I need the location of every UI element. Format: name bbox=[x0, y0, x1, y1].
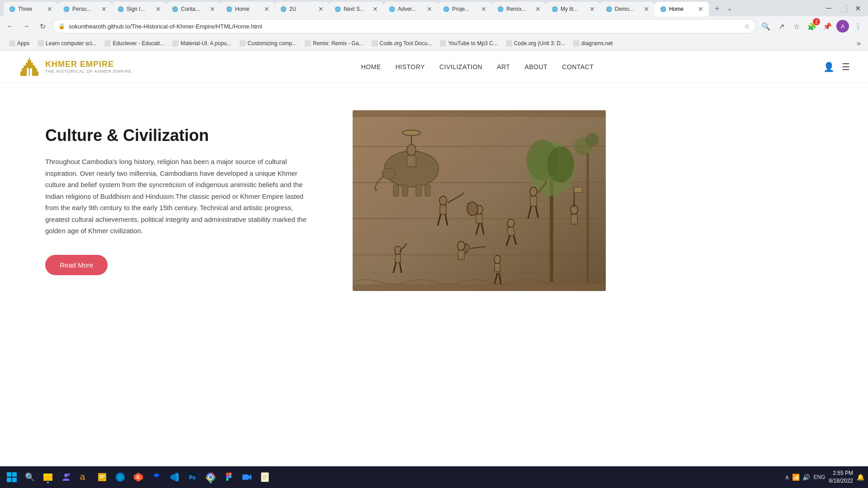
language-label: ENG bbox=[814, 474, 826, 480]
bookmark-customizing-comp...[interactable]: Customizing comp... bbox=[236, 39, 301, 47]
bookmark-youtube-to-mp3-c...[interactable]: YouTube to Mp3 C... bbox=[436, 39, 501, 47]
bookmark-icon[interactable]: ☆ bbox=[790, 20, 803, 33]
tab-title: Next S... bbox=[344, 6, 370, 12]
tab-home2[interactable]: 🌐 Home ✕ bbox=[655, 2, 709, 16]
tray-up-icon[interactable]: ∧ bbox=[785, 474, 789, 481]
svg-rect-104 bbox=[226, 478, 229, 481]
tab-close-button[interactable]: ✕ bbox=[101, 5, 107, 13]
read-more-button[interactable]: Read More bbox=[45, 255, 108, 275]
search-icon[interactable]: 🔍 bbox=[760, 20, 772, 33]
hamburger-icon[interactable]: ☰ bbox=[842, 61, 850, 72]
bookmark-label: Code.org (Unit 3: D... bbox=[514, 40, 565, 47]
nav-history[interactable]: HISTORY bbox=[396, 63, 425, 70]
close-button[interactable]: ✕ bbox=[855, 4, 861, 13]
tab-three[interactable]: 🌐 Three ✕ bbox=[4, 2, 58, 16]
taskbar-vscode[interactable] bbox=[166, 469, 183, 485]
profile-button[interactable]: A bbox=[836, 20, 849, 33]
tab-close-button[interactable]: ✕ bbox=[590, 5, 595, 13]
taskbar-chrome-indicator bbox=[210, 482, 212, 483]
taskbar-brave[interactable]: B bbox=[130, 469, 146, 485]
bookmark-label: diagrams.net bbox=[581, 40, 613, 47]
tab-close-button[interactable]: ✕ bbox=[481, 5, 486, 13]
address-bar: ← → ↻ 🔒 sokunthearoth.github.io/The-Hist… bbox=[0, 16, 868, 36]
tab-close-button[interactable]: ✕ bbox=[644, 5, 649, 13]
forward-button[interactable]: → bbox=[20, 20, 33, 33]
url-bar[interactable]: 🔒 sokunthearoth.github.io/The-Historical… bbox=[52, 19, 756, 33]
nav-right: 👤 ☰ bbox=[823, 61, 850, 72]
tab-2u[interactable]: 🌐 2U ✕ bbox=[275, 2, 329, 16]
taskbar-notepad[interactable] bbox=[257, 469, 273, 485]
taskbar-photoshop[interactable]: Ps bbox=[184, 469, 201, 485]
taskbar-dropbox[interactable] bbox=[148, 469, 165, 485]
bookmark-favicon bbox=[372, 40, 378, 47]
logo-icon bbox=[18, 56, 41, 78]
notifications-icon[interactable]: 🔔 bbox=[857, 474, 864, 481]
taskbar-teams[interactable] bbox=[58, 469, 74, 485]
back-button[interactable]: ← bbox=[4, 20, 16, 33]
tab-adver[interactable]: 🌐 Adver... ✕ bbox=[383, 2, 438, 16]
bookmark-material-ui:-a-popu.[interactable]: Material-UI: A popu... bbox=[169, 39, 235, 47]
user-icon[interactable]: 👤 bbox=[823, 61, 835, 72]
tab-close-button[interactable]: ✕ bbox=[210, 5, 215, 13]
svg-rect-5 bbox=[29, 57, 30, 61]
taskbar-explorer[interactable] bbox=[40, 469, 56, 485]
tab-perso[interactable]: 🌐 Perso... ✕ bbox=[58, 2, 112, 16]
nav-home[interactable]: HOME bbox=[361, 63, 381, 70]
bookmark-apps[interactable]: Apps bbox=[5, 39, 33, 47]
tab-nexts[interactable]: 🌐 Next S... ✕ bbox=[329, 2, 383, 16]
nav-art[interactable]: ART bbox=[497, 63, 510, 70]
nav-about[interactable]: ABOUT bbox=[524, 63, 547, 70]
tab-mylit[interactable]: 🌐 My lit... ✕ bbox=[546, 2, 600, 16]
new-tab-button[interactable]: ＋ bbox=[711, 2, 723, 14]
tab-close-button[interactable]: ✕ bbox=[427, 5, 432, 13]
bookmarks-bar: Apps Learn computer sci... Educlever - E… bbox=[0, 36, 868, 51]
taskbar-search-button[interactable]: 🔍 bbox=[22, 469, 38, 485]
taskbar-clock[interactable]: 2:55 PM 8/18/2022 bbox=[829, 469, 853, 485]
taskbar-amazon[interactable]: a bbox=[76, 469, 92, 485]
tab-remix[interactable]: 🌐 Remix... ✕ bbox=[492, 2, 546, 16]
tab-close-button[interactable]: ✕ bbox=[156, 5, 161, 13]
bookmark-label: YouTube to Mp3 C... bbox=[448, 40, 497, 47]
share-icon[interactable]: ↗ bbox=[775, 20, 788, 33]
tab-close-button[interactable]: ✕ bbox=[318, 5, 324, 13]
tab-overflow-button[interactable]: ⌄ bbox=[723, 2, 736, 14]
taskbar-zoom[interactable] bbox=[239, 469, 255, 485]
pin-icon[interactable]: 📌 bbox=[821, 20, 834, 33]
taskbar-edge[interactable] bbox=[112, 469, 128, 485]
tab-home1[interactable]: 🌐 Home ✕ bbox=[221, 2, 275, 16]
bookmark-learn-computer-sci..[interactable]: Learn computer sci... bbox=[34, 39, 100, 47]
start-button[interactable] bbox=[4, 469, 20, 485]
menu-button[interactable]: ⋮ bbox=[852, 20, 864, 33]
bookmark-diagrams.net[interactable]: diagrams.net bbox=[570, 39, 616, 47]
taskbar-chrome[interactable] bbox=[203, 469, 219, 485]
address-actions: 🔍 ↗ ☆ 🧩 2 📌 A ⋮ bbox=[760, 20, 864, 33]
tab-demo[interactable]: 🌐 Demo... ✕ bbox=[600, 2, 655, 16]
volume-icon[interactable]: 🔊 bbox=[802, 474, 810, 481]
tab-close-button[interactable]: ✕ bbox=[47, 5, 52, 13]
taskbar-figma[interactable] bbox=[221, 469, 237, 485]
svg-marker-92 bbox=[170, 473, 177, 482]
svg-rect-66 bbox=[574, 187, 582, 192]
nav-civilization[interactable]: CIVILIZATION bbox=[439, 63, 482, 70]
nav-contact[interactable]: CONTACT bbox=[562, 63, 594, 70]
bookmark-educlever---educati.[interactable]: Educlever - Educati... bbox=[101, 39, 168, 47]
tab-close-button[interactable]: ✕ bbox=[535, 5, 541, 13]
website-content: KHMER EMPIRE THE HISTORICAL OF KHMER EMP… bbox=[0, 51, 868, 488]
taskbar-files[interactable] bbox=[94, 469, 110, 485]
tab-conta[interactable]: 🌐 Conta... ✕ bbox=[166, 2, 221, 16]
tab-sign[interactable]: 🌐 Sign I... ✕ bbox=[112, 2, 166, 16]
restore-button[interactable]: ⬜ bbox=[839, 4, 848, 13]
wifi-icon[interactable]: 📶 bbox=[792, 474, 800, 481]
minimize-button[interactable]: ─ bbox=[826, 4, 831, 12]
tab-close-button[interactable]: ✕ bbox=[264, 5, 269, 13]
svg-rect-4 bbox=[28, 60, 31, 63]
tab-close-button[interactable]: ✕ bbox=[698, 5, 703, 13]
bookmark-remix:-remix---ga...[interactable]: Remix: Remix - Ga... bbox=[301, 39, 367, 47]
bookmark-code.org-(unit-3:-d.[interactable]: Code.org (Unit 3: D... bbox=[502, 39, 569, 47]
star-icon[interactable]: ☆ bbox=[744, 23, 750, 30]
tab-close-button[interactable]: ✕ bbox=[373, 5, 378, 13]
bookmark-code.org-tool-docu..[interactable]: Code.org Tool Docu... bbox=[368, 39, 436, 47]
bookmarks-more-button[interactable]: » bbox=[855, 39, 863, 47]
tab-proje[interactable]: 🌐 Proje... ✕ bbox=[438, 2, 492, 16]
refresh-button[interactable]: ↻ bbox=[36, 20, 49, 33]
